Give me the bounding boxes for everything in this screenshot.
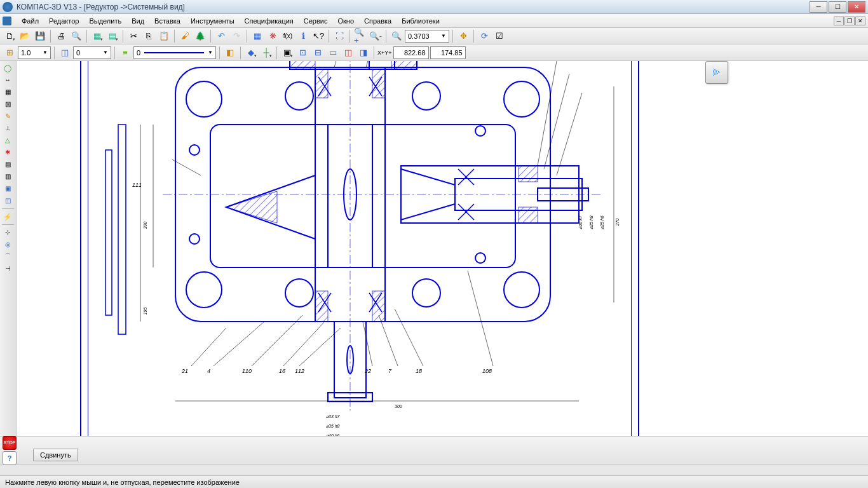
separator xyxy=(452,30,453,43)
print-button[interactable]: 🖨 xyxy=(54,29,68,43)
prop-button[interactable]: 🖌 xyxy=(178,29,192,43)
combo1[interactable]: 1.0▼ xyxy=(18,46,51,59)
mdi-close[interactable]: ✕ xyxy=(855,17,865,25)
svg-rect-30 xyxy=(315,291,328,322)
menu-edit[interactable]: Редактор xyxy=(44,16,84,26)
separator xyxy=(54,46,55,59)
svg-rect-24 xyxy=(369,61,395,69)
style-button[interactable]: ≡ xyxy=(118,46,132,60)
lt-edit[interactable]: ✎ xyxy=(1,111,15,122)
combo3[interactable]: 0▼ xyxy=(133,46,216,59)
s3-button[interactable]: ┼▾ xyxy=(259,46,273,60)
lt-end[interactable]: ⊣ xyxy=(1,263,15,274)
s8-button[interactable]: ◫ xyxy=(341,46,355,60)
lt-dim[interactable]: ↔ xyxy=(1,74,15,86)
lt-report[interactable]: ▥ xyxy=(1,171,15,182)
menu-insert[interactable]: Вставка xyxy=(149,16,186,26)
mdi-restore[interactable]: ❐ xyxy=(844,17,855,25)
pan-button[interactable]: ✥ xyxy=(456,29,470,43)
manager-button[interactable]: ▦ xyxy=(250,29,264,43)
context-help-button[interactable]: ? xyxy=(3,451,17,465)
svg-point-5 xyxy=(504,272,539,308)
zoom-fit-button[interactable]: ⛶ xyxy=(332,29,346,43)
lt-spec[interactable]: ▤ xyxy=(1,159,15,170)
callout-111: 111 xyxy=(132,182,142,188)
zoom-window-button[interactable]: 🔍 xyxy=(390,29,403,43)
lt-lib[interactable]: ⚡ xyxy=(1,211,15,222)
lt-arc[interactable]: ⌒ xyxy=(1,251,15,262)
s4-button[interactable]: ▣▾ xyxy=(280,46,294,60)
separator xyxy=(174,30,175,43)
separator xyxy=(2,224,14,225)
doc1-button[interactable]: ▦▾ xyxy=(90,29,104,43)
preview-button[interactable]: 🔍 xyxy=(69,29,83,43)
svg-point-10 xyxy=(189,145,200,155)
lt-views[interactable]: ▣ xyxy=(1,183,15,194)
s5-button[interactable]: ⊡ xyxy=(295,46,309,60)
undo-button[interactable]: ↶ xyxy=(214,29,228,43)
new-button[interactable]: 🗋▾ xyxy=(3,29,17,43)
help-button[interactable]: ℹ xyxy=(296,29,310,43)
lt-point[interactable]: ⊹ xyxy=(1,227,15,238)
paste-button[interactable]: 📋 xyxy=(157,29,171,43)
menu-file[interactable]: Файл xyxy=(17,16,44,26)
menu-libs[interactable]: Библиотеки xyxy=(397,16,445,26)
menu-spec[interactable]: Спецификация xyxy=(240,16,299,26)
lt-measure[interactable]: △ xyxy=(1,135,15,146)
lt-geometry[interactable]: ◯ xyxy=(1,62,15,74)
menu-help[interactable]: Справка xyxy=(359,16,397,26)
menu-service[interactable]: Сервис xyxy=(299,16,333,26)
pan-command-tab[interactable]: Сдвинуть xyxy=(33,449,78,461)
toggle-button[interactable]: ☑ xyxy=(492,29,506,43)
vars-button[interactable]: ❋ xyxy=(266,29,280,43)
zoom-in-button[interactable]: 🔍+ xyxy=(353,29,367,43)
zoom-combo[interactable]: 0.3703▼ xyxy=(405,30,449,43)
lt-line[interactable]: ◎ xyxy=(1,239,15,250)
layer-button[interactable]: ◫ xyxy=(58,46,72,60)
menu-view[interactable]: Вид xyxy=(126,16,149,26)
s1-button[interactable]: ◧ xyxy=(223,46,237,60)
menu-tools[interactable]: Инструменты xyxy=(186,16,240,26)
menu-window[interactable]: Окно xyxy=(332,16,359,26)
lt-designation[interactable]: ▦ xyxy=(1,86,15,98)
lt-insert[interactable]: ◫ xyxy=(1,195,15,207)
y-coord-input[interactable] xyxy=(430,46,466,59)
drawing-canvas[interactable]: КПДМ и ОК 02. 09. Разраб Пров Редуктор к… xyxy=(17,61,868,436)
fx-button[interactable]: f(x) xyxy=(281,29,295,43)
s6-button[interactable]: ⊟ xyxy=(311,46,325,60)
lt-param[interactable]: ⊥ xyxy=(1,123,15,134)
zoom-out-button[interactable]: 🔍- xyxy=(369,29,383,43)
separator xyxy=(240,46,241,59)
svg-line-46 xyxy=(363,322,372,366)
svg-point-9 xyxy=(412,279,440,307)
floating-panel[interactable]: ⫸ xyxy=(705,61,728,84)
minimize-button[interactable]: ─ xyxy=(810,1,827,13)
x-coord-input[interactable] xyxy=(393,46,429,59)
menu-select[interactable]: Выделить xyxy=(84,16,126,26)
copy-button[interactable]: ⎘ xyxy=(142,29,156,43)
s2-button[interactable]: ◆▾ xyxy=(244,46,258,60)
close-button[interactable]: ✕ xyxy=(848,1,865,13)
open-button[interactable]: 📂 xyxy=(18,29,32,43)
dim-right: 270 xyxy=(615,219,620,226)
lt-hatch[interactable]: ▨ xyxy=(1,98,15,110)
callout-110: 110 xyxy=(242,368,252,374)
svg-point-11 xyxy=(189,234,200,244)
mdi-controls: ─ ❐ ✕ xyxy=(834,17,865,25)
s7-button[interactable]: ▭ xyxy=(326,46,340,60)
what-button[interactable]: ↖? xyxy=(311,29,325,43)
s9-button[interactable]: ◨ xyxy=(356,46,370,60)
redo-button[interactable]: ↷ xyxy=(229,29,243,43)
lt-select[interactable]: ✱ xyxy=(1,147,15,158)
svg-rect-28 xyxy=(315,69,328,98)
cut-button[interactable]: ✂ xyxy=(126,29,140,43)
doc2-button[interactable]: ▤▾ xyxy=(105,29,119,43)
save-button[interactable]: 💾 xyxy=(33,29,47,43)
refresh-button[interactable]: ⟳ xyxy=(477,29,491,43)
stop-button[interactable]: STOP xyxy=(3,436,17,450)
mdi-minimize[interactable]: ─ xyxy=(834,17,844,25)
combo2[interactable]: 0▼ xyxy=(73,46,111,59)
tree-button[interactable]: 🌲 xyxy=(193,29,207,43)
grid-button[interactable]: ⊞ xyxy=(3,46,17,60)
maximize-button[interactable]: ☐ xyxy=(829,1,846,13)
